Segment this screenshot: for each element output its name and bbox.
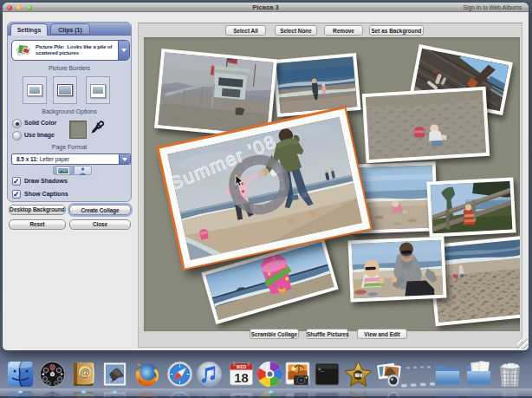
svg-text:@: @ <box>80 367 90 379</box>
svg-text:>_: >_ <box>318 367 325 373</box>
svg-text:WED: WED <box>236 364 246 369</box>
svg-text:18: 18 <box>234 370 249 385</box>
